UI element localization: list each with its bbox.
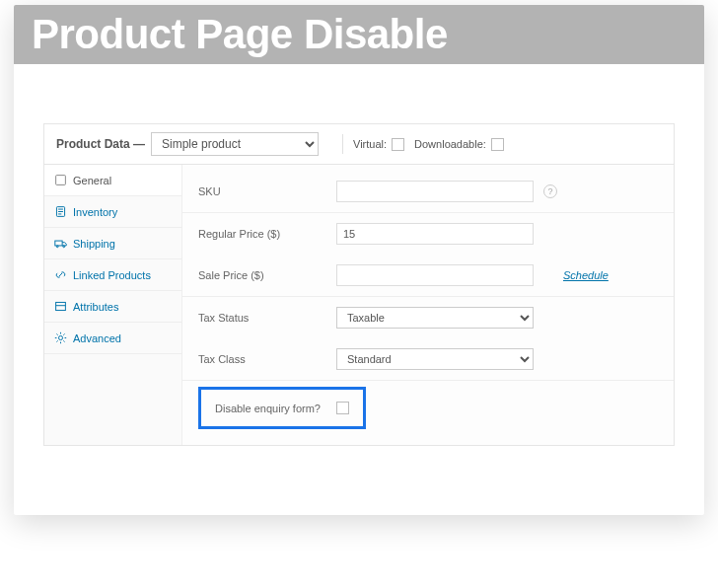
panel-header: Product Data — Simple product Virtual: D… xyxy=(44,124,674,165)
tab-attributes-label: Attributes xyxy=(73,301,118,313)
svg-point-4 xyxy=(63,246,65,248)
sale-price-label: Sale Price ($) xyxy=(198,269,336,281)
side-tabs: General Inventory Shipping xyxy=(44,165,182,445)
tax-class-select[interactable]: Standard xyxy=(336,348,534,370)
fields-area: SKU ? Regular Price ($) Sale Price ( xyxy=(182,165,674,445)
tab-shipping[interactable]: Shipping xyxy=(44,228,181,259)
gear-icon xyxy=(54,331,67,344)
truck-icon xyxy=(54,237,67,250)
tax-class-row: Tax Class Standard xyxy=(182,338,674,381)
sale-price-row: Sale Price ($) Schedule xyxy=(182,255,674,297)
svg-rect-2 xyxy=(55,241,62,246)
tax-status-select[interactable]: Taxable xyxy=(336,307,534,329)
tab-inventory-label: Inventory xyxy=(73,206,117,218)
tab-attributes[interactable]: Attributes xyxy=(44,291,181,323)
content-area: Product Data — Simple product Virtual: D… xyxy=(14,64,704,515)
regular-price-row: Regular Price ($) xyxy=(182,213,674,255)
tab-advanced[interactable]: Advanced xyxy=(44,323,181,354)
virtual-label-text: Virtual: xyxy=(353,138,387,150)
wrench-icon xyxy=(54,174,67,186)
tax-status-label: Tax Status xyxy=(198,312,336,324)
link-icon xyxy=(54,268,67,281)
help-icon[interactable]: ? xyxy=(543,184,557,198)
tab-shipping-label: Shipping xyxy=(73,238,115,250)
tab-linked-label: Linked Products xyxy=(73,269,151,281)
downloadable-label-text: Downloadable: xyxy=(414,138,486,150)
clipboard-icon xyxy=(54,205,67,218)
svg-rect-5 xyxy=(56,302,66,310)
schedule-link[interactable]: Schedule xyxy=(563,269,609,281)
product-type-select[interactable]: Simple product xyxy=(151,132,319,156)
virtual-checkbox[interactable] xyxy=(392,138,404,151)
regular-price-input[interactable] xyxy=(336,223,534,245)
sku-row: SKU ? xyxy=(182,171,674,213)
tab-advanced-label: Advanced xyxy=(73,332,121,344)
tax-status-row: Tax Status Taxable xyxy=(182,297,674,338)
disable-enquiry-label: Disable enquiry form? xyxy=(215,403,321,414)
tab-general-label: General xyxy=(73,175,111,186)
disable-enquiry-checkbox[interactable] xyxy=(336,402,349,414)
banner-title: Product Page Disable xyxy=(32,11,448,57)
product-data-label: Product Data — xyxy=(56,137,145,151)
svg-point-6 xyxy=(58,335,62,339)
tab-linked-products[interactable]: Linked Products xyxy=(44,259,181,291)
sku-input[interactable] xyxy=(336,181,534,202)
regular-price-label: Regular Price ($) xyxy=(198,228,336,240)
separator xyxy=(342,134,343,154)
panel-body: General Inventory Shipping xyxy=(44,165,674,445)
downloadable-checkbox-label[interactable]: Downloadable: xyxy=(414,138,504,151)
svg-point-3 xyxy=(56,246,58,248)
tax-class-label: Tax Class xyxy=(198,353,336,365)
downloadable-checkbox[interactable] xyxy=(491,138,504,151)
tab-general[interactable]: General xyxy=(44,165,181,196)
virtual-checkbox-label[interactable]: Virtual: xyxy=(353,138,404,151)
sku-label: SKU xyxy=(198,185,336,197)
sale-price-input[interactable] xyxy=(336,264,534,286)
disable-enquiry-highlight: Disable enquiry form? xyxy=(198,387,366,429)
header-banner: Product Page Disable xyxy=(14,5,704,64)
window-container: Product Page Disable Product Data — Simp… xyxy=(14,5,704,515)
product-data-panel: Product Data — Simple product Virtual: D… xyxy=(43,123,675,446)
tab-inventory[interactable]: Inventory xyxy=(44,196,181,228)
list-icon xyxy=(54,300,67,313)
svg-rect-0 xyxy=(56,176,66,185)
